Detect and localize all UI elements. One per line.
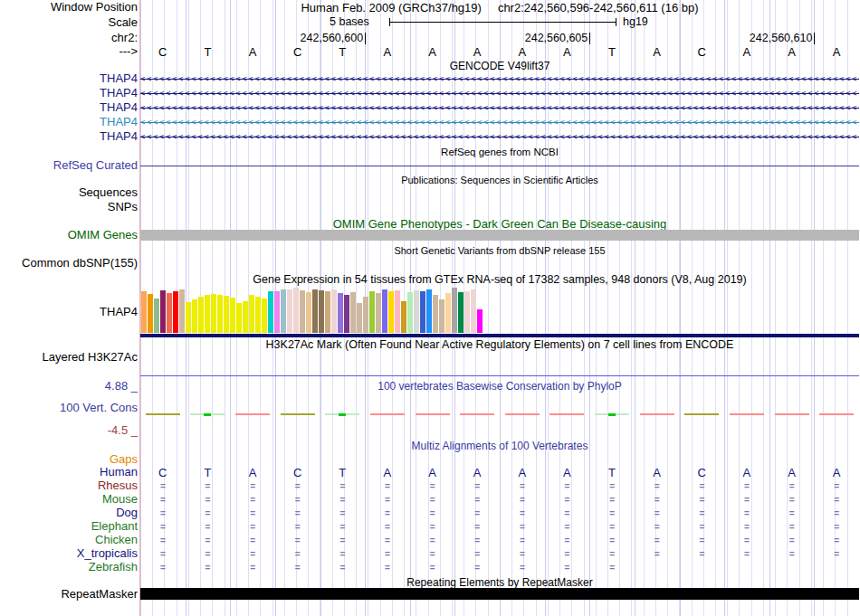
phylop-dash[interactable] [549, 413, 584, 415]
gtex-bar[interactable] [198, 297, 204, 333]
track-title: Repeating Elements by RepeatMasker [140, 576, 859, 589]
track-label-elephant[interactable]: Elephant [91, 520, 138, 533]
gtex-bar[interactable] [325, 291, 330, 333]
gtex-bar[interactable] [262, 299, 267, 333]
gtex-bar[interactable] [249, 295, 254, 333]
track-label-zebrafish[interactable]: Zebrafish [89, 561, 138, 573]
track-label-thap4[interactable]: THAP4 [100, 306, 138, 318]
phylop-dash[interactable] [819, 413, 854, 415]
gtex-bar[interactable] [205, 295, 210, 333]
phylop-dash[interactable] [281, 413, 315, 415]
gtex-bar[interactable] [160, 290, 166, 333]
phylop-dash[interactable] [235, 413, 270, 415]
gtex-bar[interactable] [350, 292, 356, 333]
gtex-bar[interactable] [236, 303, 242, 333]
gtex-bar[interactable] [395, 290, 400, 333]
multiz-align-mark-mouse: = [744, 495, 750, 505]
gtex-bar[interactable] [192, 299, 197, 333]
track-label-thap4[interactable]: THAP4 [100, 72, 138, 85]
gtex-bar[interactable] [369, 291, 375, 333]
gtex-bar[interactable] [458, 292, 463, 333]
gtex-bar[interactable] [300, 290, 305, 333]
track-label-snps[interactable]: SNPs [108, 201, 138, 213]
gtex-bar[interactable] [312, 289, 318, 333]
phylop-dash[interactable] [640, 413, 674, 415]
track-label-common-dbsnp-155-[interactable]: Common dbSNP(155) [22, 257, 138, 270]
phylop-dash[interactable] [460, 413, 494, 415]
gtex-bar[interactable] [426, 289, 432, 333]
gtex-bar[interactable] [414, 290, 419, 333]
phylop-dash[interactable] [505, 413, 540, 415]
gtex-bar[interactable] [179, 289, 185, 333]
gtex-bar[interactable] [338, 293, 343, 333]
gtex-bar[interactable] [306, 292, 311, 333]
track-label-sequences[interactable]: Sequences [79, 186, 138, 199]
track-label-chicken[interactable]: Chicken [95, 534, 138, 546]
gene-transcript-row[interactable]: <<<<<<<<<<<<<<<<<<<<<<<<<<<<<<<<<<<<<<<<… [140, 117, 859, 128]
gtex-bar[interactable] [401, 301, 406, 333]
gtex-bar[interactable] [224, 296, 229, 333]
gtex-bar[interactable] [186, 302, 191, 333]
gtex-bar[interactable] [148, 294, 153, 333]
phylop-dash[interactable] [684, 413, 719, 415]
gtex-bar[interactable] [217, 295, 223, 333]
gene-transcript-row[interactable]: <<<<<<<<<<<<<<<<<<<<<<<<<<<<<<<<<<<<<<<<… [140, 131, 859, 143]
gene-transcript-row[interactable]: <<<<<<<<<<<<<<<<<<<<<<<<<<<<<<<<<<<<<<<<… [140, 102, 859, 114]
gtex-bar[interactable] [420, 291, 425, 333]
gtex-bar[interactable] [464, 291, 470, 333]
phylop-dash[interactable] [370, 413, 405, 415]
track-label-mouse[interactable]: Mouse [102, 493, 138, 506]
gtex-bar[interactable] [268, 291, 273, 333]
track-label-thap4[interactable]: THAP4 [100, 116, 138, 128]
gtex-bar[interactable] [211, 294, 216, 333]
repeatmasker-bar[interactable] [140, 588, 859, 600]
gtex-bar[interactable] [167, 293, 172, 333]
gtex-bar[interactable] [173, 291, 178, 333]
gtex-bar[interactable] [452, 288, 457, 333]
gtex-bar[interactable] [439, 299, 444, 333]
track-label-rhesus[interactable]: Rhesus [98, 479, 138, 492]
gtex-bar[interactable] [141, 291, 147, 333]
gtex-bar[interactable] [154, 299, 159, 333]
gtex-bar[interactable] [287, 289, 292, 333]
track-label-layered-h3k27ac[interactable]: Layered H3K27Ac [42, 351, 138, 364]
gtex-bar[interactable] [382, 289, 387, 333]
gtex-bar[interactable] [243, 301, 248, 333]
track-label-repeatmasker[interactable]: RepeatMasker [61, 588, 138, 601]
gtex-bar[interactable] [445, 293, 451, 333]
track-label-thap4[interactable]: THAP4 [100, 87, 138, 100]
gtex-bar[interactable] [433, 295, 438, 333]
gtex-bar[interactable] [331, 289, 337, 333]
gtex-bar[interactable] [255, 297, 261, 333]
gtex-bar[interactable] [293, 288, 299, 333]
track-label-human[interactable]: Human [100, 466, 138, 479]
gtex-bar[interactable] [230, 298, 235, 333]
gtex-bar[interactable] [363, 297, 368, 333]
gene-transcript-row[interactable]: <<<<<<<<<<<<<<<<<<<<<<<<<<<<<<<<<<<<<<<<… [140, 73, 859, 85]
phylop-dash[interactable] [730, 413, 764, 415]
track-label-x-tropicalis[interactable]: X_tropicalis [77, 547, 138, 560]
track-label-dog[interactable]: Dog [116, 507, 138, 519]
gtex-bar[interactable] [407, 292, 413, 333]
gtex-bar[interactable] [376, 293, 381, 333]
track-label-thap4[interactable]: THAP4 [100, 101, 138, 114]
gtex-bar[interactable] [388, 291, 394, 333]
gtex-bar[interactable] [344, 295, 349, 333]
omim-genes-bar[interactable] [140, 230, 859, 241]
gtex-bar[interactable] [357, 303, 362, 333]
track-label-omim-genes[interactable]: OMIM Genes [68, 229, 138, 242]
gene-transcript-row[interactable]: <<<<<<<<<<<<<<<<<<<<<<<<<<<<<<<<<<<<<<<<… [140, 88, 859, 100]
phylop-dash[interactable] [775, 413, 809, 415]
phylop-dash[interactable] [146, 413, 180, 415]
multiz-align-mark-zebrafish: = [609, 563, 615, 573]
track-label-refseq-curated[interactable]: RefSeq Curated [53, 159, 138, 172]
gtex-bar[interactable] [274, 291, 280, 333]
phylop-dash[interactable] [416, 413, 450, 415]
track-label-gaps[interactable]: Gaps [110, 453, 138, 466]
gtex-bar[interactable] [319, 290, 324, 333]
track-label-100-vert-cons[interactable]: 100 Vert. Cons [60, 402, 138, 414]
track-label-thap4[interactable]: THAP4 [100, 130, 138, 143]
gtex-bar[interactable] [477, 309, 483, 333]
gtex-bar[interactable] [281, 289, 286, 333]
gtex-bar[interactable] [471, 289, 476, 333]
